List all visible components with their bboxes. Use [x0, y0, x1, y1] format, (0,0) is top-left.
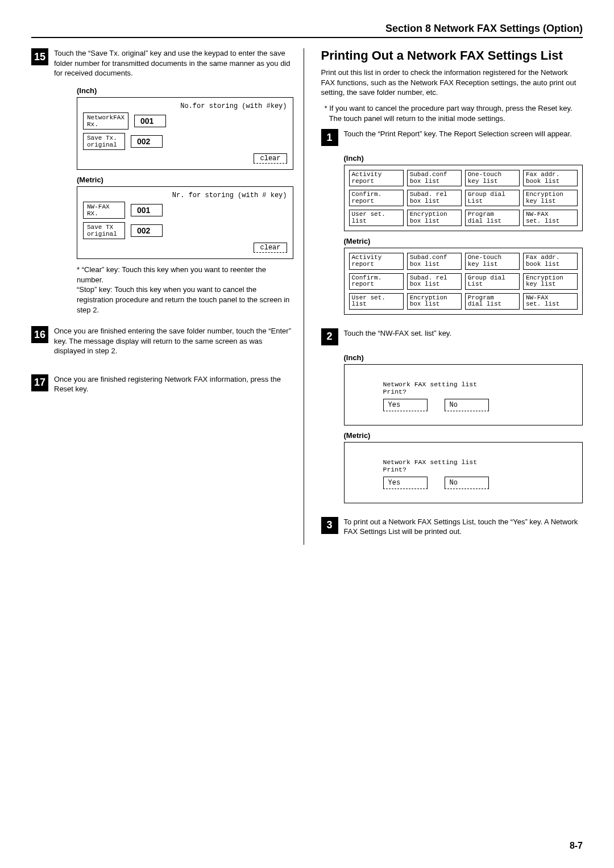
save-tx-original-button[interactable]: Save Tx. original: [83, 133, 125, 150]
intro-paragraph: Print out this list in order to check th…: [321, 68, 583, 98]
activity-report-button[interactable]: Activity report: [349, 253, 404, 269]
metric-label: (Metric): [77, 176, 293, 184]
no-button[interactable]: No: [445, 477, 489, 489]
activity-report-button[interactable]: Activity report: [349, 170, 404, 186]
program-dial-list-button[interactable]: Program dial list: [465, 210, 520, 226]
networkfax-rx-button[interactable]: NetworkFAX Rx.: [83, 112, 128, 130]
yes-button[interactable]: Yes: [383, 477, 428, 489]
metric-label: (Metric): [344, 237, 583, 245]
encryption-box-list-button[interactable]: Encryption box list: [407, 210, 462, 226]
nwfax-set-list-button[interactable]: NW-FAX set. list: [523, 293, 578, 310]
subad-rel-box-list-button[interactable]: Subad. rel box list: [407, 190, 462, 206]
confirm-report-button[interactable]: Confirm. report: [349, 273, 404, 290]
program-dial-list-button[interactable]: Program dial list: [465, 293, 520, 310]
step-number: 15: [31, 48, 48, 65]
step-2: 2 Touch the “NW-FAX set. list” key.: [321, 328, 583, 345]
confirm-report-button[interactable]: Confirm. report: [349, 190, 404, 206]
step-16: 16 Once you are finished entering the sa…: [31, 326, 293, 356]
section-title: Printing Out a Network FAX Settings List: [321, 48, 583, 63]
step-3: 3 To print out a Network FAX Settings Li…: [321, 517, 583, 537]
fax-addr-book-list-button[interactable]: Fax addr. book list: [523, 253, 578, 269]
step-text: To print out a Network FAX Settings List…: [344, 517, 583, 537]
user-set-list-button[interactable]: User set. list: [349, 210, 404, 226]
step-number: 1: [321, 129, 338, 146]
metric-label: (Metric): [344, 431, 583, 440]
inch-label: (Inch): [77, 86, 293, 95]
step-15: 15 Touch the “Save Tx. original” key and…: [31, 48, 293, 78]
confirm-inch-panel: Network FAX setting list Print? Yes No: [344, 364, 583, 425]
step-text: Once you are finished entering the save …: [54, 326, 293, 356]
subad-conf-box-list-button[interactable]: Subad.conf box list: [407, 253, 462, 269]
step-number: 17: [31, 374, 48, 391]
left-column: 15 Touch the “Save Tx. original” key and…: [31, 48, 304, 545]
encryption-key-list-button[interactable]: Encryption key list: [523, 190, 578, 206]
group-dial-list-button[interactable]: Group dial List: [465, 273, 520, 290]
fax-addr-book-list-button[interactable]: Fax addr. book list: [523, 170, 578, 186]
panel-hint: Nr. for storing (with # key): [83, 191, 287, 199]
inch-panel: No.for storing (with #key) NetworkFAX Rx…: [77, 97, 293, 170]
content-columns: 15 Touch the “Save Tx. original” key and…: [31, 48, 583, 545]
page-header: Section 8 Network FAX Settings (Option): [31, 23, 583, 38]
step-number: 3: [321, 517, 338, 534]
clear-button[interactable]: clear: [254, 243, 287, 253]
one-touch-key-list-button[interactable]: One-touch key list: [465, 253, 520, 269]
encryption-box-list-button[interactable]: Encryption box list: [407, 293, 462, 310]
confirm-metric-panel: Network FAX setting list Print? Yes No: [344, 442, 583, 503]
value-001: 001: [131, 204, 163, 216]
save-tx-original-button[interactable]: Save TX original: [83, 222, 125, 239]
value-002: 002: [131, 135, 163, 148]
metric-panel: Nr. for storing (with # key) NW-FAX RX. …: [77, 186, 293, 259]
step-text: Touch the “Print Report” key. The Report…: [344, 129, 583, 146]
encryption-key-list-button[interactable]: Encryption key list: [523, 273, 578, 290]
report-inch-panel: Activity report Subad.conf box list One-…: [344, 165, 583, 231]
cancel-note: * If you want to cancel the procedure pa…: [329, 103, 583, 123]
page-number: 8-7: [570, 841, 583, 851]
confirm-prompt: Network FAX setting list Print?: [383, 458, 572, 473]
clear-stop-note: * “Clear” key: Touch this key when you w…: [77, 265, 293, 315]
step-text: Once you are finished registering Networ…: [54, 374, 293, 394]
subad-conf-box-list-button[interactable]: Subad.conf box list: [407, 170, 462, 186]
group-dial-list-button[interactable]: Group dial List: [465, 190, 520, 206]
no-button[interactable]: No: [445, 399, 489, 411]
step-text: Touch the “Save Tx. original” key and us…: [54, 48, 293, 78]
user-set-list-button[interactable]: User set. list: [349, 293, 404, 310]
one-touch-key-list-button[interactable]: One-touch key list: [465, 170, 520, 186]
nwfax-rx-button[interactable]: NW-FAX RX.: [83, 202, 125, 219]
step-number: 16: [31, 326, 48, 343]
value-001: 001: [134, 115, 166, 127]
value-002: 002: [131, 224, 163, 237]
report-metric-panel: Activity report Subad.conf box list One-…: [344, 248, 583, 314]
step-text: Touch the “NW-FAX set. list” key.: [344, 328, 583, 345]
step-1: 1 Touch the “Print Report” key. The Repo…: [321, 129, 583, 146]
page: Section 8 Network FAX Settings (Option) …: [0, 0, 614, 868]
yes-button[interactable]: Yes: [383, 399, 428, 411]
inch-label: (Inch): [344, 353, 583, 362]
right-column: Printing Out a Network FAX Settings List…: [321, 48, 583, 545]
step-17: 17 Once you are finished registering Net…: [31, 374, 293, 394]
inch-label: (Inch): [344, 154, 583, 162]
panel-hint: No.for storing (with #key): [83, 102, 287, 110]
step-number: 2: [321, 328, 338, 345]
subad-rel-box-list-button[interactable]: Subad. rel box list: [407, 273, 462, 290]
clear-button[interactable]: clear: [254, 153, 287, 164]
nwfax-set-list-button[interactable]: NW-FAX set. list: [523, 210, 578, 226]
confirm-prompt: Network FAX setting list Print?: [383, 381, 572, 395]
